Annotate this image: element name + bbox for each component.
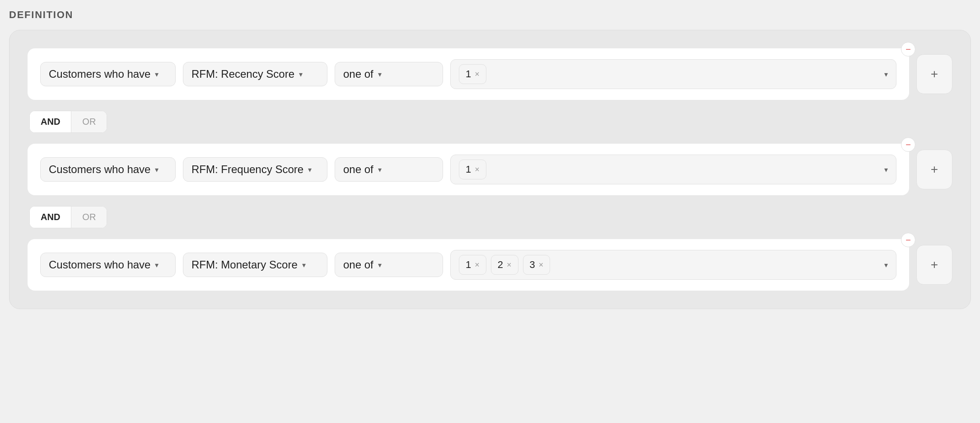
operator-arrow-2: ▾ bbox=[378, 165, 382, 174]
condition-row-1: − Customers who have ▾ RFM: Recency Scor… bbox=[28, 48, 909, 100]
add-icon-1: + bbox=[931, 67, 938, 81]
value-chip-3-0: 1 × bbox=[459, 255, 486, 275]
operator-arrow-1: ▾ bbox=[378, 70, 382, 79]
conditions-container: − Customers who have ▾ RFM: Recency Scor… bbox=[9, 30, 971, 309]
remove-button-3[interactable]: − bbox=[901, 233, 915, 247]
values-arrow-2[interactable]: ▾ bbox=[884, 165, 888, 174]
values-container-3: 1 × 2 × 3 × ▾ bbox=[450, 250, 896, 280]
value-text-3-1: 2 bbox=[498, 259, 503, 271]
customers-dropdown-1[interactable]: Customers who have ▾ bbox=[40, 62, 176, 86]
add-icon-2: + bbox=[931, 162, 938, 177]
customers-dropdown-3[interactable]: Customers who have ▾ bbox=[40, 253, 176, 277]
customers-label-3: Customers who have bbox=[49, 258, 150, 271]
condition-row-wrapper-2: − Customers who have ▾ RFM: Frequency Sc… bbox=[28, 144, 952, 195]
value-text-1-0: 1 bbox=[466, 68, 471, 80]
metric-label-3: RFM: Monetary Score bbox=[191, 258, 298, 271]
operator-dropdown-2[interactable]: one of ▾ bbox=[335, 157, 443, 182]
values-container-1: 1 × ▾ bbox=[450, 59, 896, 89]
chip-close-3-2[interactable]: × bbox=[539, 260, 544, 270]
remove-button-2[interactable]: − bbox=[901, 137, 915, 152]
value-chip-3-1: 2 × bbox=[491, 255, 518, 275]
metric-label-1: RFM: Recency Score bbox=[191, 68, 294, 80]
operator-label-3: one of bbox=[343, 258, 373, 271]
remove-icon-2: − bbox=[905, 140, 911, 149]
metric-dropdown-3[interactable]: RFM: Monetary Score ▾ bbox=[183, 253, 327, 277]
customers-label-1: Customers who have bbox=[49, 68, 150, 80]
remove-icon-1: − bbox=[905, 45, 911, 54]
and-or-group-2: AND OR bbox=[29, 206, 107, 228]
condition-row-3: − Customers who have ▾ RFM: Monetary Sco… bbox=[28, 239, 909, 291]
customers-label-2: Customers who have bbox=[49, 163, 150, 176]
customers-arrow-2: ▾ bbox=[155, 165, 159, 174]
metric-arrow-2: ▾ bbox=[308, 165, 312, 174]
value-text-3-2: 3 bbox=[530, 259, 535, 271]
metric-dropdown-1[interactable]: RFM: Recency Score ▾ bbox=[183, 62, 327, 86]
value-chip-1-0: 1 × bbox=[459, 64, 486, 84]
metric-arrow-1: ▾ bbox=[299, 70, 303, 79]
values-arrow-3[interactable]: ▾ bbox=[884, 261, 888, 269]
and-button-2[interactable]: AND bbox=[30, 207, 71, 228]
remove-icon-3: − bbox=[905, 235, 911, 244]
operator-arrow-3: ▾ bbox=[378, 261, 382, 269]
operator-label-2: one of bbox=[343, 163, 373, 176]
metric-label-2: RFM: Frequency Score bbox=[191, 163, 303, 176]
separator-2: AND OR bbox=[28, 206, 952, 228]
metric-dropdown-2[interactable]: RFM: Frequency Score ▾ bbox=[183, 157, 327, 182]
definition-section: DEFINITION − Customers who have ▾ RFM: R… bbox=[9, 9, 971, 309]
add-icon-3: + bbox=[931, 258, 938, 272]
add-button-1[interactable]: + bbox=[916, 54, 952, 94]
value-text-2-0: 1 bbox=[466, 164, 471, 175]
operator-dropdown-3[interactable]: one of ▾ bbox=[335, 253, 443, 277]
value-chip-2-0: 1 × bbox=[459, 160, 486, 179]
value-chip-3-2: 3 × bbox=[523, 255, 551, 275]
chip-close-1-0[interactable]: × bbox=[475, 70, 480, 79]
or-button-2[interactable]: OR bbox=[71, 207, 107, 228]
add-button-2[interactable]: + bbox=[916, 150, 952, 189]
customers-dropdown-2[interactable]: Customers who have ▾ bbox=[40, 157, 176, 182]
condition-row-wrapper-1: − Customers who have ▾ RFM: Recency Scor… bbox=[28, 48, 952, 100]
and-or-group-1: AND OR bbox=[29, 111, 107, 133]
chip-close-2-0[interactable]: × bbox=[475, 165, 480, 174]
add-button-3[interactable]: + bbox=[916, 245, 952, 285]
operator-label-1: one of bbox=[343, 68, 373, 80]
values-arrow-1[interactable]: ▾ bbox=[884, 70, 888, 79]
remove-button-1[interactable]: − bbox=[901, 42, 915, 56]
chip-close-3-0[interactable]: × bbox=[475, 260, 480, 270]
condition-row-2: − Customers who have ▾ RFM: Frequency Sc… bbox=[28, 144, 909, 195]
values-container-2: 1 × ▾ bbox=[450, 155, 896, 184]
definition-title: DEFINITION bbox=[9, 9, 971, 21]
separator-1: AND OR bbox=[28, 111, 952, 133]
customers-arrow-3: ▾ bbox=[155, 261, 159, 269]
value-text-3-0: 1 bbox=[466, 259, 471, 271]
or-button-1[interactable]: OR bbox=[71, 111, 107, 132]
chip-close-3-1[interactable]: × bbox=[507, 260, 512, 270]
metric-arrow-3: ▾ bbox=[302, 261, 306, 269]
and-button-1[interactable]: AND bbox=[30, 111, 71, 132]
condition-row-wrapper-3: − Customers who have ▾ RFM: Monetary Sco… bbox=[28, 239, 952, 291]
customers-arrow-1: ▾ bbox=[155, 70, 159, 79]
operator-dropdown-1[interactable]: one of ▾ bbox=[335, 62, 443, 86]
